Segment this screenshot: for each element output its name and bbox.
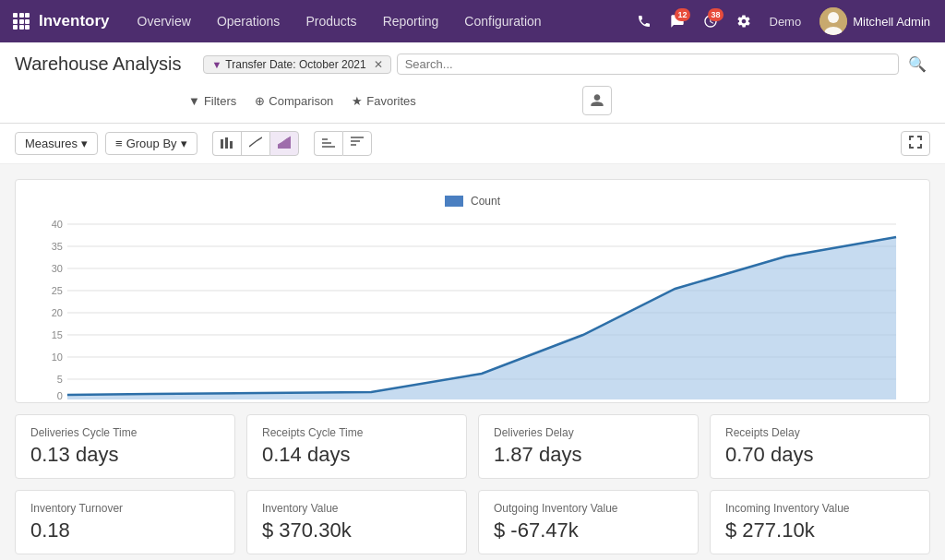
stats-value-2: 1.87 days: [494, 443, 683, 467]
svg-text:10: 10: [52, 351, 63, 363]
stats-card-3: Receipts Delay 0.70 days: [710, 414, 930, 479]
stats-value-7: $ 277.10k: [725, 518, 915, 542]
comparison-action[interactable]: ⊕ Comparison: [255, 94, 333, 108]
filters-icon: ▼: [188, 94, 200, 108]
svg-rect-14: [230, 141, 233, 149]
nav-overview[interactable]: Overview: [125, 0, 204, 42]
filter-remove-button[interactable]: ✕: [374, 58, 383, 71]
page-title: Warehouse Analysis: [15, 54, 181, 75]
stats-grid-bottom: Inventory Turnover 0.18 Inventory Value …: [15, 490, 930, 554]
demo-label[interactable]: Demo: [770, 15, 802, 29]
chart-container: Count 40 35 30 25 20 15 10 5: [15, 179, 930, 403]
stats-value-1: 0.14 days: [262, 443, 451, 467]
stats-value-0: 0.13 days: [30, 443, 220, 467]
svg-rect-5: [25, 19, 30, 24]
filter-tag-label: Transfer Date: October 2021: [225, 58, 365, 71]
stats-value-5: $ 370.30k: [262, 518, 451, 542]
chart-svg: 40 35 30 25 20 15 10 5 0 W41 2021: [30, 215, 915, 402]
svg-rect-0: [13, 13, 18, 18]
stats-label-3: Receipts Delay: [725, 426, 915, 439]
brand-label: Inventory: [39, 12, 110, 30]
top-navigation: Inventory Overview Operations Products R…: [0, 0, 945, 42]
stats-label-0: Deliveries Cycle Time: [30, 426, 220, 439]
svg-text:40: 40: [52, 219, 63, 230]
filters-label: Filters: [204, 94, 236, 108]
chart-toolbar: Measures ▾ ≡ Group By ▾: [0, 124, 945, 164]
svg-text:30: 30: [52, 263, 63, 274]
apps-icon[interactable]: [7, 7, 35, 35]
user-area[interactable]: Mitchell Admin: [812, 0, 938, 42]
stats-card-4: Inventory Turnover 0.18: [15, 490, 235, 554]
chart-type-buttons: [212, 131, 299, 156]
comparison-label: Comparison: [269, 94, 333, 108]
svg-marker-15: [278, 137, 291, 149]
user-name: Mitchell Admin: [853, 15, 930, 29]
favorites-action[interactable]: ★ Favorites: [352, 94, 415, 108]
svg-rect-3: [13, 19, 18, 24]
stats-label-4: Inventory Turnover: [30, 502, 220, 515]
measures-button[interactable]: Measures ▾: [15, 132, 98, 155]
user-avatar: [819, 7, 847, 35]
nav-products[interactable]: Products: [293, 0, 369, 42]
legend-swatch: [445, 196, 463, 207]
svg-rect-12: [221, 139, 223, 149]
measures-label: Measures: [25, 137, 78, 150]
svg-text:0: 0: [57, 390, 63, 399]
stats-card-5: Inventory Value $ 370.30k: [246, 490, 467, 554]
filter-tag[interactable]: ▼ Transfer Date: October 2021 ✕: [203, 55, 390, 74]
person-view-button[interactable]: [582, 86, 612, 115]
area-chart-button[interactable]: [269, 131, 299, 156]
stats-card-0: Deliveries Cycle Time 0.13 days: [15, 414, 235, 479]
group-by-chevron: ▾: [181, 137, 187, 150]
stats-label-2: Deliveries Delay: [494, 426, 683, 439]
group-by-icon: ≡: [115, 137, 123, 150]
filters-action[interactable]: ▼ Filters: [188, 94, 236, 108]
svg-rect-2: [25, 13, 30, 18]
svg-rect-7: [19, 25, 24, 30]
svg-rect-1: [19, 13, 24, 18]
svg-rect-8: [25, 25, 30, 30]
legend-label: Count: [471, 195, 500, 208]
sort-asc-button[interactable]: [314, 131, 342, 156]
svg-text:5: 5: [57, 374, 63, 385]
clock-badge: 38: [708, 8, 723, 21]
filter-actions-row: ▼ Filters ⊕ Comparison ★ Favorites: [15, 82, 930, 123]
stats-value-4: 0.18: [30, 518, 220, 542]
line-chart-button[interactable]: [241, 131, 269, 156]
phone-icon[interactable]: [629, 6, 659, 36]
nav-operations[interactable]: Operations: [204, 0, 293, 42]
filter-icon: ▼: [211, 59, 221, 70]
stats-card-7: Incoming Inventory Value $ 277.10k: [710, 490, 930, 554]
chart-legend: Count: [30, 195, 915, 208]
sort-buttons: [314, 131, 372, 156]
group-by-label: Group By: [126, 137, 177, 150]
measures-chevron: ▾: [81, 137, 88, 150]
svg-rect-13: [225, 137, 228, 149]
favorites-label: Favorites: [366, 94, 415, 108]
comparison-icon: ⊕: [255, 94, 265, 108]
chat-icon[interactable]: 12: [663, 6, 692, 36]
group-by-button[interactable]: ≡ Group By ▾: [105, 132, 197, 155]
stats-card-1: Receipts Cycle Time 0.14 days: [246, 414, 467, 479]
stats-label-5: Inventory Value: [262, 502, 451, 515]
settings-icon[interactable]: [729, 6, 759, 36]
svg-point-10: [828, 12, 839, 23]
bar-chart-button[interactable]: [212, 131, 241, 156]
svg-text:20: 20: [52, 307, 63, 318]
stats-label-7: Incoming Inventory Value: [725, 502, 915, 515]
search-input[interactable]: [397, 54, 899, 75]
stats-value-6: $ -67.47k: [494, 518, 683, 542]
expand-button[interactable]: [901, 131, 930, 156]
search-button[interactable]: 🔍: [904, 55, 930, 73]
stats-card-2: Deliveries Delay 1.87 days: [478, 414, 699, 479]
nav-configuration[interactable]: Configuration: [451, 0, 554, 42]
favorites-icon: ★: [352, 94, 363, 108]
svg-text:15: 15: [52, 329, 63, 340]
clock-icon[interactable]: 38: [696, 6, 725, 36]
stats-card-6: Outgoing Inventory Value $ -67.47k: [478, 490, 699, 554]
page-header: Warehouse Analysis ▼ Transfer Date: Octo…: [0, 42, 945, 124]
nav-reporting[interactable]: Reporting: [370, 0, 452, 42]
sort-desc-button[interactable]: [342, 131, 372, 156]
stats-value-3: 0.70 days: [725, 443, 915, 467]
svg-text:35: 35: [52, 241, 63, 252]
